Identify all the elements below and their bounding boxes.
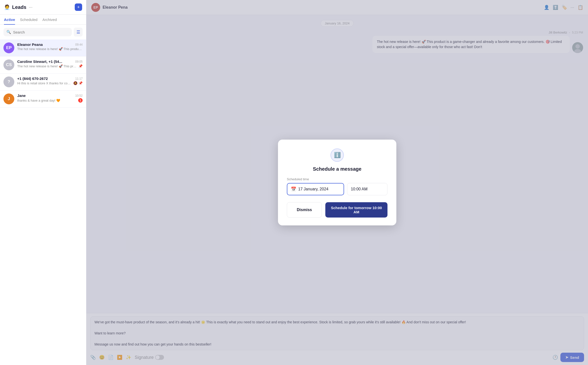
sidebar-title-row: 🧑‍💼 Leads ··· — [4, 4, 33, 10]
schedule-modal: ℹ️ Schedule a message Scheduled time 📅 1… — [278, 140, 396, 225]
modal-overlay: ℹ️ Schedule a message Scheduled time 📅 1… — [86, 0, 588, 365]
sidebar-search-bar: 🔍 ☰ — [0, 25, 86, 39]
search-input-wrap[interactable]: 🔍 — [3, 28, 72, 36]
avatar-unknown: ? — [3, 76, 14, 87]
contact-time-unknown: 11:17 — [75, 77, 83, 80]
mute-icon-unknown: 🔕 — [73, 81, 77, 85]
schedule-button[interactable]: Schedule for tomorrow 10:00 AM — [325, 202, 387, 218]
contact-preview-eleanor: The hot new release is here! 🚀 This prod… — [17, 47, 83, 51]
contact-info-eleanor: Eleanor Peana 09:44 The hot new release … — [17, 42, 83, 51]
contact-info-jane: Jane 10:52 thanks & have a great day! 🧡 … — [17, 93, 83, 103]
contact-preview-unknown: Hi this is retail store X thanks for con… — [17, 81, 72, 85]
search-input[interactable] — [13, 30, 69, 34]
contact-item-caroline[interactable]: CS Caroline Stewart, +1 (54... 09:05 The… — [0, 56, 86, 73]
contact-name-caroline: Caroline Stewart, +1 (54... — [17, 59, 62, 64]
sidebar: 🧑‍💼 Leads ··· + Active Scheduled Archive… — [0, 0, 86, 365]
filter-icon: ☰ — [76, 30, 80, 35]
contact-name-jane: Jane — [17, 93, 26, 98]
contact-item-jane[interactable]: J Jane 10:52 thanks & have a great day! … — [0, 91, 86, 108]
sidebar-header: 🧑‍💼 Leads ··· + — [0, 0, 86, 15]
avatar-caroline: CS — [3, 59, 14, 70]
filter-button[interactable]: ☰ — [74, 28, 83, 36]
contact-name-eleanor: Eleanor Peana — [17, 42, 43, 47]
contact-info-caroline: Caroline Stewart, +1 (54... 09:05 The ho… — [17, 59, 83, 68]
contact-list: EP Eleanor Peana 09:44 The hot new relea… — [0, 39, 86, 365]
modal-title: Schedule a message — [313, 166, 362, 172]
sidebar-title: Leads — [12, 4, 26, 10]
info-icon: ℹ️ — [334, 152, 341, 158]
add-button[interactable]: + — [75, 3, 82, 11]
contact-preview-jane: thanks & have a great day! 🧡 — [17, 99, 77, 102]
modal-label: Scheduled time — [287, 177, 387, 181]
contact-name-unknown: +1 (844) 670-2672 — [17, 76, 48, 81]
modal-time-value: 10:00 AM — [351, 187, 368, 191]
tab-scheduled[interactable]: Scheduled — [20, 15, 37, 25]
contact-item-eleanor[interactable]: EP Eleanor Peana 09:44 The hot new relea… — [0, 39, 86, 56]
dismiss-button[interactable]: Dismiss — [287, 202, 322, 218]
modal-date-value: 17 January, 2024 — [298, 187, 328, 191]
main-chat: EP Eleanor Pena 👤 ⬆️ 🏷️ ··· 📋 January 16… — [86, 0, 588, 365]
modal-date-input[interactable]: 📅 17 January, 2024 — [287, 183, 344, 195]
contact-preview-caroline: The hot new release is here! 🚀 This prod… — [17, 64, 77, 68]
avatar-jane: J — [3, 93, 14, 104]
contact-time-caroline: 09:05 — [75, 60, 83, 63]
tab-archived[interactable]: Archived — [42, 15, 57, 25]
contact-item-unknown[interactable]: ? +1 (844) 670-2672 11:17 Hi this is ret… — [0, 73, 86, 91]
tab-active[interactable]: Active — [4, 15, 15, 25]
pin-icon-caroline: 📌 — [78, 64, 83, 68]
contact-time-eleanor: 09:44 — [75, 43, 83, 46]
contact-time-jane: 10:52 — [75, 94, 83, 97]
sidebar-tabs: Active Scheduled Archived — [0, 15, 86, 25]
modal-icon-wrap: ℹ️ — [331, 148, 344, 162]
contact-info-unknown: +1 (844) 670-2672 11:17 Hi this is retai… — [17, 76, 83, 85]
modal-buttons: Dismiss Schedule for tomorrow 10:00 AM — [287, 202, 387, 218]
avatar-eleanor: EP — [3, 42, 14, 53]
calendar-icon: 📅 — [291, 186, 296, 192]
search-icon: 🔍 — [6, 30, 11, 34]
modal-fields: 📅 17 January, 2024 10:00 AM — [287, 183, 387, 195]
pin-icon-unknown: 📌 — [78, 81, 83, 85]
unread-badge-jane: 1 — [78, 98, 83, 103]
more-options-button[interactable]: ··· — [28, 4, 33, 10]
leads-emoji: 🧑‍💼 — [4, 4, 10, 10]
modal-time-input[interactable]: 10:00 AM — [347, 183, 387, 195]
